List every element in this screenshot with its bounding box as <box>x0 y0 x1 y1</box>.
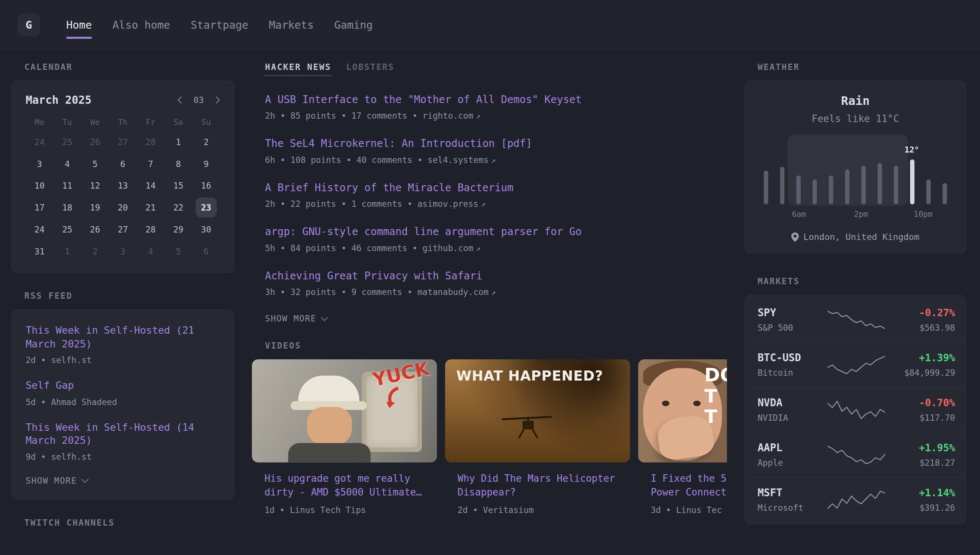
weekday-label: Sa <box>164 115 192 132</box>
weather-feels-like: Feels like 11°C <box>756 113 955 124</box>
weather-chart: 12° <box>761 140 950 205</box>
video-title[interactable]: Why Did The Mars Helicopter Disappear? <box>458 472 628 500</box>
market-name: S&P 500 <box>757 322 828 332</box>
calendar-day: 24 <box>29 220 50 239</box>
calendar-day: 2 <box>195 132 217 152</box>
rss-item-title[interactable]: This Week in Self-Hosted (14 March 2025) <box>26 420 220 448</box>
video-meta: 3d • Linus Tec <box>651 505 727 515</box>
video-thumbnail[interactable]: WHAT HAPPENED? <box>445 359 630 462</box>
calendar-day-selected: 23 <box>195 197 217 218</box>
video-thumbnail[interactable]: DO T T <box>638 359 727 462</box>
nav-tab-markets[interactable]: Markets <box>269 13 314 38</box>
weather-bar <box>780 167 785 205</box>
market-symbol: NVDA <box>757 397 828 409</box>
dashboard-screen: G Home Also home Startpage Markets Gamin… <box>0 0 980 555</box>
weather-bars <box>761 140 950 205</box>
weather-widget: Rain Feels like 11°C 12° 6am 2pm 10pm Lo <box>744 81 966 254</box>
sparkline-chart <box>828 399 885 420</box>
weekday-label: Th <box>109 115 137 132</box>
calendar-day: 3 <box>29 154 50 174</box>
weather-bar <box>813 179 817 204</box>
nav-tab-home[interactable]: Home <box>66 13 92 38</box>
video-thumbnail[interactable]: YUCK <box>252 359 437 462</box>
nav-tab-startpage[interactable]: Startpage <box>191 13 249 38</box>
rss-item: Self Gap 5d • Ahmad Shadeed <box>26 379 220 407</box>
rss-item-meta: 9d • selfh.st <box>26 452 220 462</box>
market-row[interactable]: BTC-USD Bitcoin +1.39% $84,999.29 <box>745 342 966 387</box>
weekday-label: Su <box>192 115 220 132</box>
calendar-next-button[interactable] <box>212 96 220 104</box>
weekday-label: We <box>81 115 109 132</box>
body-shape <box>288 443 371 462</box>
calendar-day: 5 <box>168 241 189 261</box>
chevron-right-icon <box>213 96 220 103</box>
chevron-down-icon <box>321 314 328 321</box>
weather-bar <box>878 163 882 204</box>
sparkline-chart <box>828 354 885 375</box>
calendar-day: 17 <box>29 197 50 218</box>
app-logo[interactable]: G <box>18 14 40 36</box>
calendar-day: 26 <box>85 132 106 152</box>
rss-item-title[interactable]: Self Gap <box>26 379 220 392</box>
calendar-widget: March 2025 03 Mo Tu We Th Fr Sa Su <box>11 81 234 273</box>
story-title[interactable]: Achieving Great Privacy with Safari <box>265 269 727 283</box>
weather-bar <box>861 165 866 204</box>
rss-show-more-button[interactable]: SHOW MORE <box>26 475 88 486</box>
calendar-day: 1 <box>56 241 78 261</box>
calendar-day: 31 <box>29 241 50 261</box>
weather-location: London, United Kingdom <box>803 232 919 242</box>
calendar-day: 14 <box>140 176 161 196</box>
calendar-day: 26 <box>85 220 106 239</box>
sparkline-chart <box>828 489 885 510</box>
video-item: YUCK His upgrade got me really dirty - A… <box>252 359 437 515</box>
external-link-icon: ↗ <box>491 287 496 297</box>
story-meta: 3h • 32 points • 9 comments • matanabudy… <box>265 287 727 297</box>
calendar-prev-button[interactable] <box>178 96 185 104</box>
rss-item-meta: 2d • selfh.st <box>26 355 220 365</box>
nav-tab-also-home[interactable]: Also home <box>112 13 170 38</box>
market-row[interactable]: NVDA NVIDIA -0.70% $117.70 <box>745 387 966 432</box>
calendar-day: 25 <box>56 132 78 152</box>
news-show-more-button[interactable]: SHOW MORE <box>265 313 327 323</box>
market-name: Microsoft <box>757 502 828 513</box>
weather-bar <box>764 171 768 205</box>
story-title[interactable]: The SeL4 Microkernel: An Introduction [p… <box>265 137 727 151</box>
calendar-day: 30 <box>195 220 217 239</box>
market-name: Bitcoin <box>757 367 828 378</box>
external-link-icon: ↗ <box>476 244 481 253</box>
calendar-day: 22 <box>168 197 189 218</box>
video-title[interactable]: I Fixed the 5 Power Connect <box>651 472 727 500</box>
rss-heading: RSS FEED <box>11 290 234 301</box>
story-title[interactable]: A Brief History of the Miracle Bacterium <box>265 181 727 194</box>
weather-time-label: 6am <box>792 209 806 219</box>
calendar-day: 4 <box>56 154 78 174</box>
location-pin-icon <box>791 232 799 241</box>
videos-heading: VIDEOS <box>252 341 727 351</box>
market-row[interactable]: AAPL Apple +1.95% $218.27 <box>745 432 966 477</box>
tab-hacker-news[interactable]: HACKER NEWS <box>265 62 331 76</box>
market-change: -0.27% <box>885 307 955 319</box>
market-row[interactable]: SPY S&P 500 -0.27% $563.98 <box>745 298 966 342</box>
sparkline-chart <box>828 444 885 465</box>
market-row[interactable]: MSFT Microsoft +1.14% $391.26 <box>745 477 966 522</box>
calendar-day: 21 <box>140 197 161 218</box>
thumbnail-overlay-text: WHAT HAPPENED? <box>456 368 603 384</box>
rss-item-title[interactable]: This Week in Self-Hosted (21 March 2025) <box>26 324 220 351</box>
story-title[interactable]: A USB Interface to the "Mother of All De… <box>265 93 727 106</box>
nav-tab-gaming[interactable]: Gaming <box>334 13 373 38</box>
weather-bar <box>894 165 898 204</box>
story-title[interactable]: argp: GNU-style command line argument pa… <box>265 225 727 239</box>
videos-row: YUCK His upgrade got me really dirty - A… <box>252 359 727 515</box>
calendar-day: 11 <box>56 176 78 196</box>
tab-lobsters[interactable]: LOBSTERS <box>346 62 395 72</box>
top-nav: G Home Also home Startpage Markets Gamin… <box>0 0 980 51</box>
calendar-day: 10 <box>29 176 50 196</box>
calendar-day: 16 <box>195 176 217 196</box>
video-title[interactable]: His upgrade got me really dirty - AMD $5… <box>265 472 435 500</box>
twitch-heading: TWITCH CHANNELS <box>11 517 234 528</box>
markets-widget: SPY S&P 500 -0.27% $563.98 BTC-USD Bitco… <box>744 295 966 525</box>
calendar-day: 7 <box>140 154 161 174</box>
calendar-nav: 03 <box>178 95 220 105</box>
chevron-down-icon <box>82 476 88 483</box>
calendar-weekday-row: Mo Tu We Th Fr Sa Su <box>26 115 220 132</box>
